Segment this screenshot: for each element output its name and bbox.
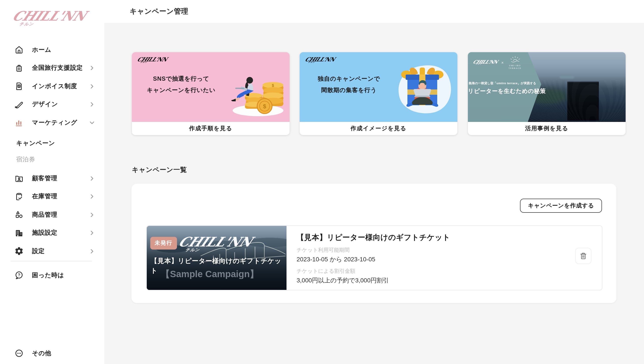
sidebar-item-label: デザイン xyxy=(32,101,58,109)
chevron-right-icon xyxy=(89,212,95,218)
promo-card-heading: SNSで抽選を行ってキャンペーンを行いたい xyxy=(132,73,230,96)
sidebar: CHILL'NN チルン ホーム 全国旅行支援設定 $ インボイス制度 デザイン xyxy=(0,0,104,364)
building-icon xyxy=(14,229,24,238)
campaign-row[interactable]: CHILL'NNチルン 未発行 【Sample Campaign】 【見本】リピ… xyxy=(146,225,602,290)
ellipsis-circle-icon xyxy=(14,349,24,358)
brand-logo[interactable]: CHILL'NN チルン xyxy=(13,10,85,26)
sidebar-item-other[interactable]: その他 xyxy=(0,344,104,362)
sidebar-item-label: 全国旅行支援設定 xyxy=(32,64,83,72)
brand-logo-text: CHILL'NN xyxy=(10,10,88,23)
chillnn-logo: CHILL'NNチルン xyxy=(473,60,498,65)
sidebar-item-settings[interactable]: 設定 xyxy=(0,242,104,260)
promo-card-action[interactable]: 作成手順を見る xyxy=(132,122,290,135)
shapes-icon xyxy=(14,210,24,220)
chillnn-logo-white: CHILL'NNチルン xyxy=(179,236,251,252)
sidebar-item-label: その他 xyxy=(32,349,51,357)
sidebar-item-label: マーケティング xyxy=(32,119,77,127)
sidebar-subitem-campaign[interactable]: キャンペーン xyxy=(0,138,104,149)
invoice-icon: $ xyxy=(14,82,24,91)
campaign-thumbnail: CHILL'NNチルン 未発行 【Sample Campaign】 【見本】リピ… xyxy=(147,226,286,290)
campaign-list-panel: キャンペーンを作成する CHILL'NNチルン 未発行 【Samp xyxy=(132,184,616,303)
sidebar-item-facility[interactable]: 施設設定 xyxy=(0,224,104,242)
campaign-details: 【見本】リピーター様向けのギフトチケット チケット利用可能期間 2023-10-… xyxy=(296,226,560,296)
help-bubble-icon: ? xyxy=(14,271,24,280)
chillnn-logo: CHILL'NNチルン xyxy=(305,57,335,63)
man-with-gift-illustration xyxy=(389,62,456,117)
chevron-right-icon xyxy=(89,231,95,236)
chevron-right-icon xyxy=(89,84,95,89)
status-badge-unpublished: 未発行 xyxy=(150,237,177,250)
svg-text:$: $ xyxy=(18,85,20,88)
sidebar-item-label: ホーム xyxy=(32,46,51,54)
sidebar-item-marketing[interactable]: マーケティング xyxy=(0,114,104,132)
umiiro-terrace-logo: UMI-IRO TERRACE xyxy=(508,56,522,69)
brand-logo-subtext: チルン xyxy=(19,22,93,26)
promo-card-heading: 独自のキャンペーンで閑散期の集客を行う xyxy=(300,73,398,96)
sidebar-divider xyxy=(10,261,92,261)
design-icon xyxy=(14,100,24,109)
thumbnail-title: 【見本】リピーター様向けのギフトチケット xyxy=(151,256,286,275)
chevron-down-icon xyxy=(89,120,95,125)
sidebar-item-invoice[interactable]: $ インボイス制度 xyxy=(0,77,104,95)
chevron-right-icon xyxy=(89,66,95,71)
promo-card-case-study[interactable]: CHILL'NNチルン × UMI-IRO TERRACE 熱海の一棟貸し宿「u… xyxy=(468,52,626,135)
discount-value: 3,000円以上の予約で3,000円割引 xyxy=(296,277,560,285)
gear-icon xyxy=(14,247,24,256)
sidebar-subitem-label: 宿泊券 xyxy=(16,155,35,163)
woman-on-coins-illustration: $ $ xyxy=(222,68,288,117)
svg-text:$: $ xyxy=(272,83,274,88)
sidebar-subitem-lodging-ticket[interactable]: 宿泊券 xyxy=(0,154,104,165)
create-campaign-button[interactable]: キャンペーンを作成する xyxy=(520,199,602,213)
sidebar-item-home[interactable]: ホーム xyxy=(0,41,104,59)
sidebar-item-label: 困った時は xyxy=(32,271,64,279)
customer-folder-icon xyxy=(14,174,24,183)
chevron-right-icon xyxy=(89,176,95,181)
promo-card-action[interactable]: 活用事例を見る xyxy=(468,122,626,135)
svg-text:$: $ xyxy=(263,103,266,110)
clipboard-check-icon xyxy=(14,192,24,201)
promo-card-banner: CHILL'NNチルン SNSで抽選を行ってキャンペーンを行いたい $ xyxy=(132,52,290,122)
chevron-right-icon xyxy=(89,102,95,107)
delete-campaign-button[interactable] xyxy=(575,248,592,264)
page-title: キャンペーン管理 xyxy=(130,0,188,23)
sidebar-subitem-label: キャンペーン xyxy=(16,139,55,147)
promo-card-sns-lottery[interactable]: CHILL'NNチルン SNSで抽選を行ってキャンペーンを行いたい $ xyxy=(132,52,290,135)
sidebar-item-label: 顧客管理 xyxy=(32,174,58,183)
case-study-heading: リピーターを生むための秘策 xyxy=(468,87,543,95)
period-label: チケット利用可能期間 xyxy=(296,247,560,254)
sidebar-item-label: インボイス制度 xyxy=(32,82,77,90)
sidebar-item-label: 設定 xyxy=(32,247,45,255)
chillnn-logo: CHILL'NNチルン xyxy=(138,57,167,63)
campaign-list-title: キャンペーン一覧 xyxy=(132,166,187,174)
sidebar-item-label: 商品管理 xyxy=(32,211,58,219)
sidebar-item-label: 施設設定 xyxy=(32,229,58,237)
sidebar-item-design[interactable]: デザイン xyxy=(0,95,104,114)
promo-card-action[interactable]: 作成イメージを見る xyxy=(300,122,457,135)
promo-card-banner: CHILL'NNチルン 独自のキャンペーンで閑散期の集客を行う xyxy=(300,52,457,122)
chevron-right-icon xyxy=(89,249,95,254)
partner-logos: CHILL'NNチルン × UMI-IRO TERRACE xyxy=(473,56,522,69)
svg-text:?: ? xyxy=(18,273,20,277)
trash-icon xyxy=(579,252,588,260)
sidebar-item-label: 在庫管理 xyxy=(32,193,58,201)
chevron-right-icon xyxy=(89,194,95,199)
sidebar-item-products[interactable]: 商品管理 xyxy=(0,206,104,224)
promo-card-original-campaign[interactable]: CHILL'NNチルン 独自のキャンペーンで閑散期の集客を行う xyxy=(300,52,457,135)
luggage-icon xyxy=(14,64,24,73)
sidebar-item-help[interactable]: ? 困った時は xyxy=(0,266,104,284)
promo-card-banner: CHILL'NNチルン × UMI-IRO TERRACE 熱海の一棟貸し宿「u… xyxy=(468,52,626,122)
home-icon xyxy=(14,45,24,55)
x-separator: × xyxy=(502,60,504,65)
marketing-icon xyxy=(14,118,24,127)
sidebar-item-travel-support[interactable]: 全国旅行支援設定 xyxy=(0,59,104,77)
period-value: 2023-10-05 から 2023-10-05 xyxy=(296,256,560,264)
discount-label: チケットによる割引金額 xyxy=(296,268,560,275)
campaign-title: 【見本】リピーター様向けのギフトチケット xyxy=(296,232,560,243)
case-study-subtitle: 熱海の一棟貸し宿「umiiro terrace」が実践する xyxy=(469,81,534,86)
sidebar-item-customers[interactable]: 顧客管理 xyxy=(0,169,104,188)
sidebar-item-inventory[interactable]: 在庫管理 xyxy=(0,188,104,206)
